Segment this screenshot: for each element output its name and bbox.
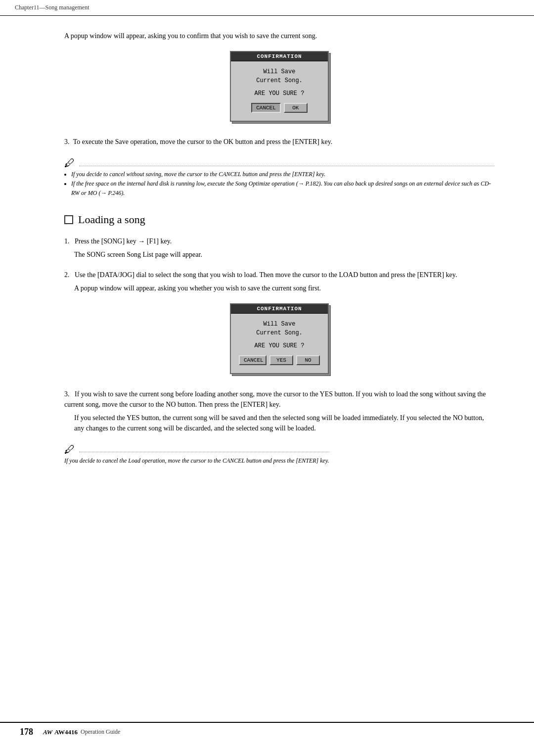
dialog2-no-button[interactable]: NO (296, 355, 320, 365)
tip1-list: If you decide to cancel without saving, … (64, 170, 494, 198)
step-load-2-detail: A popup window will appear, asking you w… (74, 283, 494, 293)
dialog2-body: Will Save Current Song. ARE YOU SURE ? C… (231, 314, 328, 373)
chapter-header: Chapter11—Song management (0, 0, 534, 16)
step-load-3-detail: If you selected the YES button, the curr… (74, 413, 494, 433)
section-heading-label: Loading a song (78, 213, 145, 226)
step-load-2: 2. Use the [DATA/JOG] dial to select the… (64, 270, 494, 293)
step-load-1: 1. Press the [SONG] key → [F1] key. The … (64, 236, 494, 260)
tip-block-1: 🖊 If you decide to cancel without saving… (64, 157, 494, 198)
dialog1-message: Will Save Current Song. (239, 67, 320, 85)
dialog1-ok-button[interactable]: OK (284, 103, 308, 113)
footer-guide-text: Operation Guide (81, 728, 120, 736)
step-load-1-detail: The SONG screen Song List page will appe… (74, 249, 494, 260)
dialog2-container: CONFIRMATION Will Save Current Song. ARE… (230, 303, 329, 374)
dialog2-cancel-button[interactable]: CANCEL (239, 355, 267, 365)
footer-page-number: 178 (20, 727, 33, 737)
step-load-3: 3. If you wish to save the current song … (64, 389, 494, 433)
step-load-3-text: 3. If you wish to save the current song … (64, 389, 494, 410)
tip1-item2: If the free space on the internal hard d… (71, 179, 494, 198)
dialog2-wrapper: CONFIRMATION Will Save Current Song. ARE… (64, 303, 494, 374)
dialog1-buttons: CANCEL OK (239, 103, 320, 116)
step-save-3-text: 3. To execute the Save operation, move t… (64, 137, 494, 147)
tip-box-2: 🖊 If you decide to cancel the Load opera… (64, 443, 494, 466)
dialog2: CONFIRMATION Will Save Current Song. ARE… (230, 303, 329, 374)
dialog1-wrapper: CONFIRMATION Will Save Current Song. ARE… (64, 51, 494, 122)
heading-checkbox-icon (64, 215, 73, 224)
tip-icon-1: 🖊 (64, 157, 75, 170)
dialog2-message: Will Save Current Song. (239, 320, 320, 337)
section-heading-loading: Loading a song (64, 213, 494, 226)
tip2-header-row: 🖊 (64, 443, 329, 456)
dialog1-title: CONFIRMATION (231, 52, 328, 61)
tip1-text-area: If you decide to cancel without saving, … (64, 170, 494, 198)
tip1-dots-line (79, 166, 494, 166)
tip1-item1: If you decide to cancel without saving, … (71, 170, 494, 179)
dialog1-body: Will Save Current Song. ARE YOU SURE ? C… (231, 61, 328, 121)
tip2-text: If you decide to cancel the Load operati… (64, 456, 329, 466)
tip-block-2: 🖊 If you decide to cancel the Load opera… (64, 443, 329, 466)
footer-logo: AW AW4416 (43, 728, 78, 736)
tip-icon-2: 🖊 (64, 443, 75, 456)
dialog2-buttons: CANCEL YES NO (239, 355, 320, 368)
intro-paragraph: A popup window will appear, asking you t… (64, 31, 494, 41)
tip-box-1: 🖊 If you decide to cancel without saving… (64, 157, 494, 198)
tip2-text-area: If you decide to cancel the Load operati… (64, 456, 329, 466)
step-load-1-text: 1. Press the [SONG] key → [F1] key. (64, 236, 494, 246)
main-content: A popup window will appear, asking you t… (0, 16, 534, 513)
dialog1-question: ARE YOU SURE ? (239, 90, 320, 97)
page-container: Chapter11—Song management A popup window… (0, 0, 534, 756)
dialog2-question: ARE YOU SURE ? (239, 342, 320, 349)
footer-brand: AW (43, 728, 52, 736)
tip1-header-row: 🖊 (64, 157, 494, 170)
dialog1: CONFIRMATION Will Save Current Song. ARE… (230, 51, 329, 122)
tip2-dots-line (79, 452, 329, 452)
dialog2-yes-button[interactable]: YES (269, 355, 293, 365)
dialog1-cancel-button[interactable]: CANCEL (251, 103, 281, 113)
step-save-3: 3. To execute the Save operation, move t… (64, 137, 494, 147)
dialog1-container: CONFIRMATION Will Save Current Song. ARE… (230, 51, 329, 122)
dialog2-title: CONFIRMATION (231, 304, 328, 314)
footer: 178 AW AW4416 Operation Guide (0, 722, 534, 741)
footer-model: AW4416 (54, 728, 78, 736)
step-load-2-text: 2. Use the [DATA/JOG] dial to select the… (64, 270, 494, 280)
chapter-title: Chapter11—Song management (15, 4, 89, 11)
